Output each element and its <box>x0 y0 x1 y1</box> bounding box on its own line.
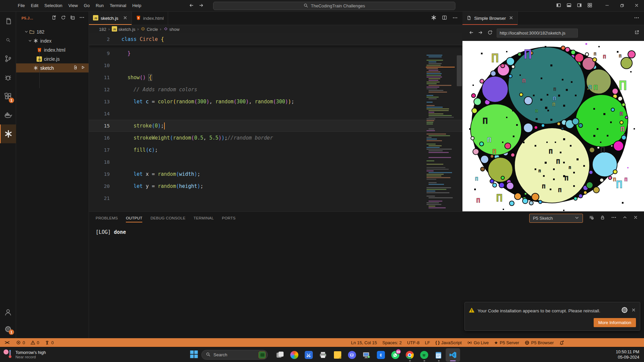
status-0[interactable]: 0 <box>42 338 56 347</box>
sticky-scroll-line[interactable]: 2 class Circle { <box>89 33 462 45</box>
code-line-17[interactable]: 17fill(c); <box>89 144 462 156</box>
breadcrumb[interactable]: 182›JSsketch.js›Circle›show <box>89 25 462 33</box>
status-ln-15-col-15[interactable]: Ln 15, Col 15 <box>348 338 380 347</box>
minimize-button[interactable] <box>600 0 614 12</box>
breadcrumb-182[interactable]: 182 <box>99 27 106 32</box>
taskbar-copilot-icon[interactable] <box>287 348 301 362</box>
activity-p5-icon[interactable] <box>0 124 16 143</box>
output-channel-select[interactable]: P5 Sketch <box>529 214 583 223</box>
play-icon[interactable] <box>81 65 85 71</box>
command-center-search[interactable]: TheCodingTrain Challenges <box>213 2 455 10</box>
more-information-button[interactable]: More Information <box>594 318 636 327</box>
activity-extensions-icon[interactable]: 1 <box>0 87 16 106</box>
panel-tab-terminal[interactable]: TERMINAL <box>194 212 214 224</box>
taskbar-sticky-icon[interactable] <box>330 348 345 362</box>
taskbar-bluetooth-icon[interactable] <box>374 348 388 362</box>
status-0[interactable]: 0 <box>13 338 28 347</box>
breadcrumb-sketch-js[interactable]: JSsketch.js <box>112 26 136 33</box>
menu-run[interactable]: Run <box>93 0 107 11</box>
taskbar-widgets-icon[interactable] <box>273 348 287 362</box>
breadcrumb-show[interactable]: show <box>163 27 180 32</box>
notification-close-icon[interactable] <box>631 308 636 314</box>
taskbar-notepad-icon[interactable] <box>431 348 446 362</box>
close-panel-icon[interactable] <box>633 215 638 221</box>
toggle-sidebar-icon[interactable] <box>553 0 564 12</box>
code-area[interactable]: 2 class Circle { 9}1011show() {12// Adds… <box>89 33 462 211</box>
tree-item-index-html[interactable]: 5index.html <box>16 45 89 54</box>
code-line-11[interactable]: 11show() { <box>89 71 462 84</box>
code-line-15[interactable]: 15stroke(0); <box>89 120 462 132</box>
activity-account-icon[interactable] <box>0 304 16 321</box>
refresh-explorer-icon[interactable] <box>59 14 67 22</box>
taskbar-chrome-icon[interactable] <box>402 348 417 362</box>
goto-file-icon[interactable] <box>73 65 78 71</box>
lock-scroll-icon[interactable] <box>600 215 605 221</box>
maximize-panel-icon[interactable] <box>623 215 627 221</box>
status-javascript[interactable]: { }JavaScript <box>433 338 464 347</box>
tree-item-index[interactable]: index <box>16 36 89 45</box>
breadcrumb-Circle[interactable]: Circle <box>141 27 158 32</box>
history-back-icon[interactable] <box>189 3 194 9</box>
close-button[interactable] <box>629 0 644 12</box>
split-editor-icon[interactable] <box>442 15 447 21</box>
tab-index-html[interactable]: 5index.html <box>132 12 168 25</box>
url-input[interactable]: http://localhost:3000/182\sketch.js <box>497 29 578 38</box>
code-line-12[interactable]: 12// Adds random colors <box>89 84 462 96</box>
activity-docker-icon[interactable] <box>0 106 16 124</box>
taskbar-clock[interactable]: 10:50:11 PM 05-09-2024 <box>616 349 639 360</box>
toggle-panel-icon[interactable] <box>564 0 574 12</box>
taskbar-pc-icon[interactable] <box>359 348 374 362</box>
panel-tab-debug-console[interactable]: DEBUG CONSOLE <box>150 212 185 224</box>
browser-more-actions-icon[interactable] <box>634 12 644 25</box>
minimap[interactable] <box>426 55 455 211</box>
tree-item-182[interactable]: 182 <box>16 27 89 36</box>
status-go-live[interactable]: Go Live <box>464 338 492 347</box>
code-line-10[interactable]: 10 <box>89 59 462 71</box>
code-line-16[interactable]: 16strokeWeight(random(0.5, 5.5));//rando… <box>89 132 462 144</box>
menu-help[interactable]: Help <box>129 0 144 11</box>
taskbar-whatsapp-icon[interactable]: 50 <box>388 348 402 362</box>
toggle-secondary-sidebar-icon[interactable] <box>574 0 585 12</box>
code-line-18[interactable]: 18 <box>89 156 462 168</box>
code-line-13[interactable]: 13let c = color(random(300), random(300)… <box>89 96 462 108</box>
status-p5-browser[interactable]: P5 Browser <box>522 338 556 347</box>
browser-forward-icon[interactable] <box>478 30 483 37</box>
status-spaces-2[interactable]: Spaces: 2 <box>380 338 404 347</box>
panel-tab-output[interactable]: OUTPUT <box>126 212 142 224</box>
taskbar-discord-icon[interactable] <box>345 348 359 362</box>
activity-search-icon[interactable] <box>0 31 16 49</box>
code-line-20[interactable]: 20let y = random(height); <box>89 180 462 192</box>
chevron-down-icon[interactable] <box>23 30 29 34</box>
activity-gear-icon[interactable]: 1 <box>0 321 16 338</box>
code-line-9[interactable]: 9} <box>89 47 462 59</box>
remote-indicator[interactable]: >< <box>3 340 12 345</box>
activity-scm-icon[interactable] <box>0 49 16 68</box>
new-file-icon[interactable] <box>50 14 58 22</box>
tree-item-sketch[interactable]: sketch <box>16 63 89 72</box>
menu-edit[interactable]: Edit <box>28 0 41 11</box>
menu-file[interactable]: File <box>15 0 28 11</box>
weather-widget[interactable]: Tomorrow's high Near record <box>3 349 46 361</box>
open-external-icon[interactable] <box>634 30 639 36</box>
code-line-14[interactable]: 14 <box>89 108 462 120</box>
activity-files-icon[interactable] <box>0 12 16 31</box>
taskbar-vscode-icon[interactable] <box>446 348 460 362</box>
tab-simple-browser[interactable]: Simple Browser <box>462 12 518 25</box>
panel-more-actions-icon[interactable] <box>611 215 616 221</box>
clear-output-icon[interactable] <box>589 215 594 221</box>
close-tab-icon[interactable] <box>123 15 128 21</box>
taskbar-printer-icon[interactable] <box>316 348 330 362</box>
editor-scrollbar[interactable] <box>457 55 462 86</box>
taskbar-snip-icon[interactable] <box>301 348 316 362</box>
browser-reload-icon[interactable] <box>487 30 493 37</box>
status-lf[interactable]: LF <box>422 338 433 347</box>
code-line-21[interactable]: 21 <box>89 192 462 204</box>
collapse-folders-icon[interactable] <box>68 14 77 22</box>
menu-go[interactable]: Go <box>81 0 93 11</box>
browser-back-icon[interactable] <box>468 30 474 37</box>
history-forward-icon[interactable] <box>199 3 204 9</box>
start-button[interactable] <box>189 350 199 360</box>
close-tab-icon[interactable] <box>509 15 513 21</box>
menu-view[interactable]: View <box>65 0 81 11</box>
status-p5-server[interactable]: ★P5 Server <box>491 338 522 347</box>
